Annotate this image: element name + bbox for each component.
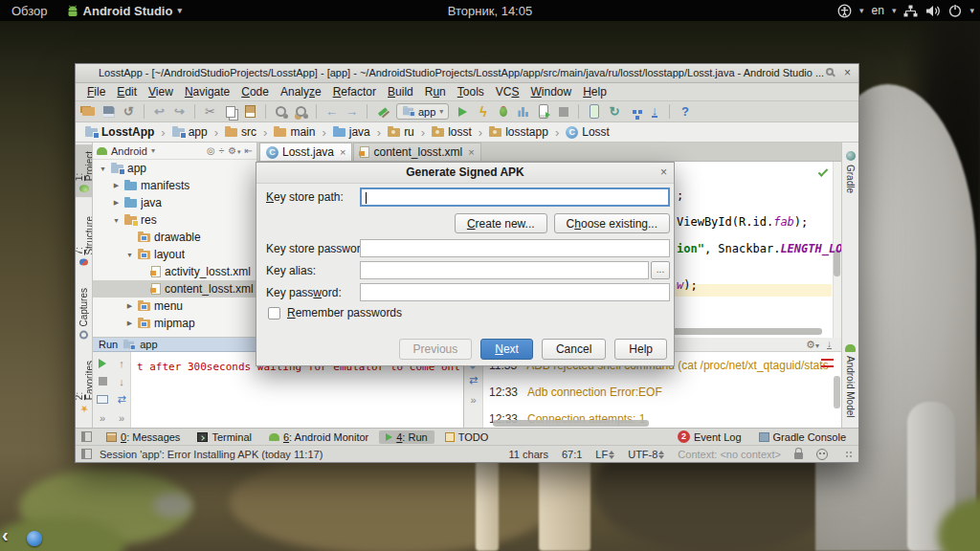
toolbar-replace-icon[interactable] <box>292 103 310 121</box>
app-menu[interactable]: Android Studio ▾ <box>59 4 189 18</box>
tool-window-toggle-icon[interactable] <box>81 449 92 459</box>
toolbar-sync-icon[interactable] <box>120 103 138 121</box>
menu-tools[interactable]: Tools <box>452 83 490 100</box>
tree-item-res[interactable]: ▼res <box>93 211 256 229</box>
tool-tab-terminal[interactable]: Terminal <box>190 430 258 444</box>
key-password-field[interactable] <box>360 283 670 301</box>
project-view-select[interactable]: Android <box>111 145 147 157</box>
close-tab-icon[interactable]: × <box>466 146 474 158</box>
scrollbar-thumb[interactable] <box>493 420 649 427</box>
menu-run[interactable]: Run <box>419 83 452 100</box>
encoding[interactable]: UTF-8 <box>628 449 664 460</box>
choose-existing-button[interactable]: Choose existing... <box>554 213 670 233</box>
dialog-title[interactable]: Generate Signed APK <box>256 163 674 184</box>
toolbar-stop-icon[interactable] <box>554 103 572 121</box>
toolbar-forward-icon[interactable] <box>343 103 361 121</box>
tree-arrow-icon[interactable]: ▼ <box>112 217 121 224</box>
toolbar-device-icon[interactable] <box>585 103 603 121</box>
toolbar-sdk-icon[interactable] <box>645 103 663 121</box>
menu-vcs[interactable]: VCS <box>490 83 525 100</box>
collapse-all-icon[interactable]: ÷ <box>219 145 225 156</box>
dock-pin-icon[interactable]: ↓ <box>827 340 832 349</box>
toolbar-run-icon[interactable] <box>454 103 472 121</box>
help-button[interactable]: Help <box>614 339 667 360</box>
menu-refactor[interactable]: Refactor <box>327 83 382 100</box>
console-icon[interactable] <box>97 395 108 404</box>
menu-help[interactable]: Help <box>577 83 612 100</box>
tree-item-layout[interactable]: ▼layout <box>93 246 256 263</box>
toolbar-attach-icon[interactable] <box>534 103 552 121</box>
activities-button[interactable]: Обзор <box>0 4 59 18</box>
menu-navigate[interactable]: Navigate <box>179 83 235 100</box>
scrollbar-thumb[interactable] <box>671 328 822 335</box>
locate-icon[interactable]: ◎ <box>207 145 215 156</box>
run-config-select[interactable]: app▾ <box>396 103 449 120</box>
gear-icon[interactable]: ⚙▾ <box>806 339 819 351</box>
tool-tab-gradle-console[interactable]: Gradle Console <box>752 430 853 444</box>
stop-icon[interactable] <box>99 377 107 386</box>
restart-icon[interactable]: ⇄ <box>117 393 125 406</box>
more-icon[interactable]: » <box>100 412 105 424</box>
line-separator[interactable]: LF <box>595 449 614 460</box>
breadcrumb-item-losstapp[interactable]: losstapp <box>487 125 550 139</box>
toolbar-undo-icon[interactable] <box>150 103 168 121</box>
power-icon[interactable] <box>948 4 962 17</box>
next-button[interactable]: Next <box>480 339 533 360</box>
tool-tab-captures[interactable]: Captures <box>78 283 90 344</box>
dock-app-icon[interactable] <box>27 531 42 546</box>
tool-tab-6-android-monitor[interactable]: 6: Android Monitor <box>262 430 375 444</box>
lock-icon[interactable] <box>794 452 803 459</box>
toolbar-flash-icon[interactable] <box>474 103 492 121</box>
tree-item-drawable[interactable]: drawable <box>93 229 256 246</box>
remember-passwords-checkbox[interactable]: Remember passwords <box>268 306 402 320</box>
key-store-path-field[interactable] <box>360 187 670 207</box>
toolbar-cut-icon[interactable] <box>201 103 219 121</box>
up-stack-icon[interactable]: ↑ <box>119 358 124 369</box>
toolbar-save-icon[interactable] <box>100 103 118 121</box>
toolbar-profile-icon[interactable] <box>514 103 532 121</box>
breadcrumb-item-java[interactable]: java <box>331 125 372 139</box>
restart-icon[interactable]: ⇄ <box>469 374 478 386</box>
toolbar-paste-icon[interactable] <box>241 103 259 121</box>
cancel-button[interactable]: Cancel <box>542 339 606 360</box>
toolbar-open-icon[interactable] <box>79 103 98 121</box>
tree-arrow-icon[interactable]: ▼ <box>99 165 107 172</box>
menu-file[interactable]: File <box>81 83 111 100</box>
keyboard-layout[interactable]: en <box>872 4 884 17</box>
toolbar-find-icon[interactable] <box>272 103 290 121</box>
breadcrumb-item-app[interactable]: app <box>170 125 210 139</box>
hector-icon[interactable] <box>816 449 828 460</box>
breadcrumb-item-main[interactable]: main <box>272 125 317 139</box>
tree-arrow-icon[interactable]: ▼ <box>125 252 134 258</box>
tree-item-content_losst-xml[interactable]: content_losst.xml <box>93 280 256 298</box>
window-close-button[interactable]: × <box>841 64 854 82</box>
tool-tab-gradle[interactable]: Gradle <box>844 146 857 198</box>
rerun-icon[interactable] <box>99 359 106 368</box>
more-icon[interactable]: » <box>470 394 476 406</box>
tool-window-toggle-icon[interactable] <box>81 431 92 442</box>
editor-tab-content_losst-xml[interactable]: content_losst.xml× <box>353 143 480 161</box>
toolbar-back-icon[interactable] <box>323 103 341 121</box>
scrollbar-thumb[interactable] <box>834 376 840 408</box>
tree-arrow-icon[interactable]: ▶ <box>112 182 121 189</box>
tree-item-java[interactable]: ▶java <box>93 194 256 211</box>
create-new-button[interactable]: Create new... <box>455 213 547 233</box>
toolbar-redo-icon[interactable] <box>170 103 189 121</box>
menu-code[interactable]: Code <box>235 83 275 100</box>
tree-arrow-icon[interactable]: ▶ <box>112 199 121 207</box>
down-stack-icon[interactable]: ↓ <box>119 376 124 387</box>
tool-tab-2-favorites[interactable]: 2: Favorites <box>76 356 93 419</box>
tree-item-app[interactable]: ▼app <box>93 160 256 177</box>
gear-icon[interactable]: ⚙ <box>228 145 240 156</box>
tree-item-activity_losst-xml[interactable]: activity_losst.xml <box>93 263 256 280</box>
breadcrumb-item-losst[interactable]: Losst <box>564 125 612 139</box>
tool-tab-todo[interactable]: TODO <box>438 430 496 444</box>
tool-tab-0-messages[interactable]: 0: Messages <box>100 430 187 444</box>
toolbar-gsync-icon[interactable] <box>605 103 623 121</box>
tool-tab-7-structure[interactable]: 7: Structure <box>76 209 93 271</box>
toolbar-struct-icon[interactable] <box>625 103 643 121</box>
menu-build[interactable]: Build <box>382 83 419 100</box>
tool-tab-1-project[interactable]: 1: Project <box>76 144 93 197</box>
tool-tab-android-model[interactable]: Android Model <box>844 340 857 422</box>
tree-arrow-icon[interactable]: ▶ <box>125 302 134 310</box>
